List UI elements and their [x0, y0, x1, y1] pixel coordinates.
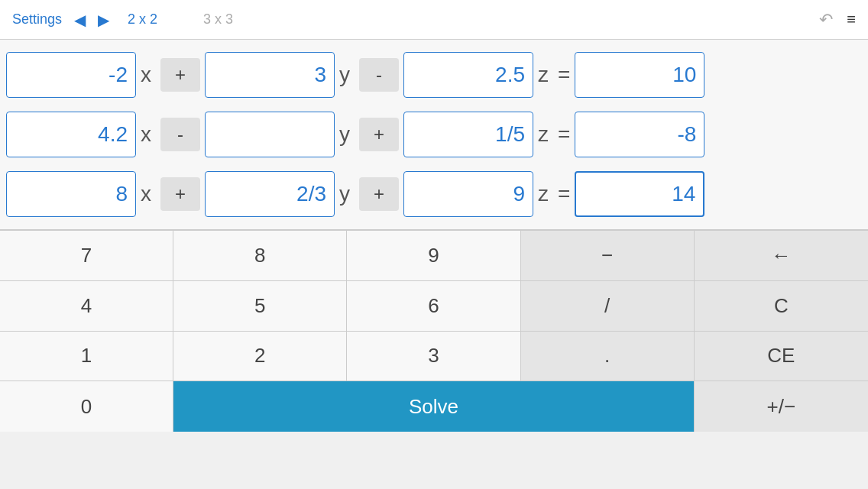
- key-solve[interactable]: Solve: [173, 381, 695, 432]
- equation-row-1: -2 x + 3 y - 2.5 z = 10: [6, 47, 862, 102]
- result-1[interactable]: 10: [575, 52, 704, 98]
- var-1-2: y: [339, 63, 350, 87]
- key-3[interactable]: 3: [347, 332, 520, 382]
- settings-button[interactable]: Settings: [12, 11, 62, 28]
- op-2-1: -: [160, 118, 200, 151]
- op-3-2: +: [359, 177, 399, 211]
- tab-2x2[interactable]: 2 x 2: [128, 11, 157, 28]
- key-clear[interactable]: C: [695, 281, 868, 332]
- key-7[interactable]: 7: [0, 231, 173, 281]
- key-1[interactable]: 1: [0, 332, 173, 382]
- key-clear-entry[interactable]: CE: [695, 332, 868, 382]
- key-minus-sign[interactable]: −: [521, 231, 695, 281]
- key-8[interactable]: 8: [173, 231, 347, 281]
- key-9[interactable]: 9: [347, 231, 520, 281]
- coeff-1-3[interactable]: 2.5: [403, 52, 533, 98]
- undo-button[interactable]: ↶: [819, 10, 833, 30]
- key-0[interactable]: 0: [0, 381, 173, 432]
- var-1-1: x: [141, 63, 151, 87]
- coeff-2-1[interactable]: 4.2: [6, 112, 136, 157]
- key-4[interactable]: 4: [0, 281, 173, 332]
- key-decimal[interactable]: .: [521, 332, 695, 382]
- equation-area: -2 x + 3 y - 2.5 z = 10 4.2 x - y + 1/5 …: [0, 40, 868, 230]
- menu-button[interactable]: ≡: [847, 11, 856, 28]
- eq-sign-3: =: [558, 182, 570, 206]
- var-3-2: y: [339, 182, 350, 206]
- key-2[interactable]: 2: [173, 332, 347, 382]
- var-1-3: z: [538, 63, 549, 87]
- nav-right-button[interactable]: ▶: [98, 11, 109, 29]
- var-3-3: z: [538, 182, 549, 206]
- key-5[interactable]: 5: [173, 281, 347, 332]
- keypad: 7 8 9 − ← 4 5 6 / C 1 2 3 . CE 0 Solve +…: [0, 230, 868, 432]
- op-1-2: -: [359, 58, 399, 92]
- op-2-2: +: [359, 118, 399, 151]
- var-2-3: z: [538, 122, 549, 147]
- nav-left-button[interactable]: ◀: [74, 11, 86, 29]
- equation-row-3: 8 x + 2/3 y + 9 z = 14: [6, 167, 862, 222]
- coeff-3-3[interactable]: 9: [403, 171, 533, 217]
- var-3-1: x: [141, 182, 151, 206]
- eq-sign-1: =: [558, 63, 570, 87]
- var-2-2: y: [339, 122, 350, 147]
- top-bar: Settings ◀ ▶ 2 x 2 3 x 3 ↶ ≡: [0, 0, 868, 40]
- key-plus-minus[interactable]: +/−: [695, 381, 868, 432]
- coeff-3-1[interactable]: 8: [6, 171, 136, 217]
- op-1-1: +: [160, 58, 200, 92]
- op-3-1: +: [160, 177, 200, 211]
- equation-row-2: 4.2 x - y + 1/5 z = -8: [6, 107, 862, 162]
- var-2-1: x: [141, 122, 151, 147]
- key-backspace[interactable]: ←: [695, 231, 868, 281]
- coeff-2-2[interactable]: [205, 112, 335, 157]
- coeff-1-2[interactable]: 3: [205, 52, 335, 98]
- result-3[interactable]: 14: [575, 171, 704, 217]
- key-divide[interactable]: /: [521, 281, 695, 332]
- tab-3x3[interactable]: 3 x 3: [203, 11, 233, 28]
- coeff-3-2[interactable]: 2/3: [205, 171, 335, 217]
- key-6[interactable]: 6: [347, 281, 520, 332]
- eq-sign-2: =: [558, 122, 570, 147]
- coeff-2-3[interactable]: 1/5: [403, 112, 533, 157]
- coeff-1-1[interactable]: -2: [6, 52, 136, 98]
- result-2[interactable]: -8: [575, 112, 704, 157]
